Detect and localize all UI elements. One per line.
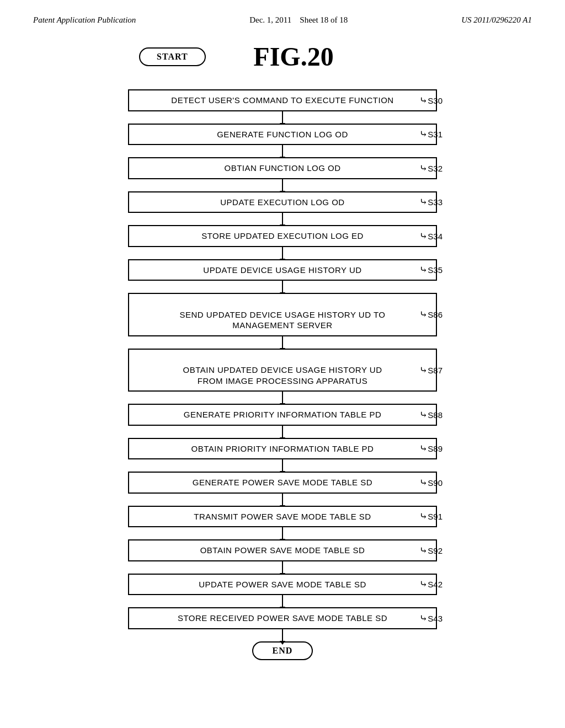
start-oval: START — [139, 47, 206, 66]
step-s90: GENERATE POWER SAVE MODE TABLE SD — [128, 472, 437, 494]
label-s31: S31 — [428, 130, 443, 139]
step-s32-text: OBTIAN FUNCTION LOG OD — [224, 163, 340, 173]
header-center: Dec. 1, 2011 Sheet 18 of 18 — [249, 15, 348, 25]
step-s86: SEND UPDATED DEVICE USAGE HISTORY UD TO … — [128, 293, 437, 336]
label-s34: S34 — [428, 232, 443, 241]
step-s90-text: GENERATE POWER SAVE MODE TABLE SD — [193, 478, 372, 487]
step-s89: OBTAIN PRIORITY INFORMATION TABLE PD — [128, 438, 437, 460]
label-s91: S91 — [428, 512, 443, 521]
arrow-s31 — [282, 145, 283, 157]
step-s92-label: ⤷S92 — [419, 544, 443, 556]
start-label: START — [157, 52, 188, 61]
step-s34: STORE UPDATED EXECUTION LOG ED — [128, 225, 437, 247]
label-s30: S30 — [428, 96, 443, 105]
step-s34-text: STORE UPDATED EXECUTION LOG ED — [201, 231, 364, 240]
step-s92-text: OBTAIN POWER SAVE MODE TABLE SD — [200, 545, 365, 555]
arrow-s42 — [282, 595, 283, 607]
step-s43-label: ⤷S43 — [419, 612, 443, 624]
figure-title: FIG.20 — [253, 41, 333, 72]
step-row-s43: STORE RECEIVED POWER SAVE MODE TABLE SD … — [89, 607, 476, 629]
step-row-s35: UPDATE DEVICE USAGE HISTORY UD ⤷S35 — [89, 259, 476, 281]
label-s35: S35 — [428, 265, 443, 275]
step-s89-label: ⤷S89 — [419, 442, 443, 454]
arrow-s32 — [282, 179, 283, 191]
arrow-s88 — [282, 426, 283, 438]
step-s31: GENERATE FUNCTION LOG OD — [128, 124, 437, 146]
header-right: US 2011/0296220 A1 — [461, 15, 532, 25]
header-left: Patent Application Publication — [33, 15, 136, 25]
arrow-s33 — [282, 213, 283, 225]
step-s43-text: STORE RECEIVED POWER SAVE MODE TABLE SD — [178, 613, 387, 623]
end-label: END — [273, 646, 293, 655]
flowchart: DETECT USER'S COMMAND TO EXECUTE FUNCTIO… — [89, 77, 476, 660]
step-row-s86: SEND UPDATED DEVICE USAGE HISTORY UD TO … — [89, 293, 476, 336]
step-s87: OBTAIN UPDATED DEVICE USAGE HISTORY UD F… — [128, 349, 437, 392]
date-label: Dec. 1, 2011 — [249, 15, 291, 24]
step-s88-text: GENERATE PRIORITY INFORMATION TABLE PD — [184, 410, 382, 419]
step-s30: DETECT USER'S COMMAND TO EXECUTE FUNCTIO… — [128, 89, 437, 111]
label-s43: S43 — [428, 614, 443, 623]
arrow-s43 — [282, 629, 283, 641]
step-s33-label: ⤷S33 — [419, 196, 443, 208]
step-s91-text: TRANSMIT POWER SAVE MODE TABLE SD — [194, 512, 371, 521]
step-s42: UPDATE POWER SAVE MODE TABLE SD — [128, 574, 437, 596]
publication-label: Patent Application Publication — [33, 15, 136, 24]
page-header: Patent Application Publication Dec. 1, 2… — [0, 0, 565, 30]
step-s86-text: SEND UPDATED DEVICE USAGE HISTORY UD TO … — [180, 310, 386, 330]
step-s30-label: ⤷S30 — [419, 94, 443, 106]
arrow-s92 — [282, 561, 283, 574]
figure-title-row: START FIG.20 — [89, 41, 476, 72]
step-row-s30: DETECT USER'S COMMAND TO EXECUTE FUNCTIO… — [89, 89, 476, 111]
arrow-s90 — [282, 494, 283, 506]
step-s30-text: DETECT USER'S COMMAND TO EXECUTE FUNCTIO… — [171, 95, 393, 105]
step-row-s34: STORE UPDATED EXECUTION LOG ED ⤷S34 — [89, 225, 476, 247]
sheet-label: Sheet 18 of 18 — [300, 15, 348, 24]
label-s42: S42 — [428, 580, 443, 589]
step-s31-text: GENERATE FUNCTION LOG OD — [217, 130, 348, 139]
label-s32: S32 — [428, 164, 443, 173]
label-s88: S88 — [428, 410, 443, 420]
step-s91-label: ⤷S91 — [419, 510, 443, 522]
arrow-s87 — [282, 392, 283, 404]
step-s88: GENERATE PRIORITY INFORMATION TABLE PD — [128, 404, 437, 426]
step-row-s33: UPDATE EXECUTION LOG OD ⤷S33 — [89, 191, 476, 213]
step-s90-label: ⤷S90 — [419, 477, 443, 489]
arrow-s89 — [282, 459, 283, 472]
step-row-s88: GENERATE PRIORITY INFORMATION TABLE PD ⤷… — [89, 404, 476, 426]
step-s89-text: OBTAIN PRIORITY INFORMATION TABLE PD — [191, 444, 374, 453]
step-row-s91: TRANSMIT POWER SAVE MODE TABLE SD ⤷S91 — [89, 506, 476, 528]
arrow-s30 — [282, 111, 283, 124]
step-s35-label: ⤷S35 — [419, 264, 443, 276]
step-s32-label: ⤷S32 — [419, 162, 443, 174]
step-row-s32: OBTIAN FUNCTION LOG OD ⤷S32 — [89, 157, 476, 179]
step-s43: STORE RECEIVED POWER SAVE MODE TABLE SD — [128, 607, 437, 629]
step-s33: UPDATE EXECUTION LOG OD — [128, 191, 437, 213]
step-s86-label: ⤷S86 — [419, 308, 443, 320]
step-s32: OBTIAN FUNCTION LOG OD — [128, 157, 437, 179]
arrow-s91 — [282, 527, 283, 539]
step-s42-text: UPDATE POWER SAVE MODE TABLE SD — [199, 580, 366, 589]
label-s87: S87 — [428, 366, 443, 375]
step-row-s31: GENERATE FUNCTION LOG OD ⤷S31 — [89, 124, 476, 146]
step-row-s87: OBTAIN UPDATED DEVICE USAGE HISTORY UD F… — [89, 349, 476, 392]
step-row-s42: UPDATE POWER SAVE MODE TABLE SD ⤷S42 — [89, 574, 476, 596]
step-row-s89: OBTAIN PRIORITY INFORMATION TABLE PD ⤷S8… — [89, 438, 476, 460]
step-s35-text: UPDATE DEVICE USAGE HISTORY UD — [203, 265, 361, 275]
step-s87-label: ⤷S87 — [419, 364, 443, 376]
step-s33-text: UPDATE EXECUTION LOG OD — [220, 197, 344, 207]
step-s42-label: ⤷S42 — [419, 578, 443, 590]
patent-number: US 2011/0296220 A1 — [461, 15, 532, 24]
label-s90: S90 — [428, 478, 443, 488]
arrow-s35 — [282, 281, 283, 293]
label-s89: S89 — [428, 444, 443, 453]
arrow-s86 — [282, 336, 283, 349]
label-s86: S86 — [428, 310, 443, 319]
step-row-s92: OBTAIN POWER SAVE MODE TABLE SD ⤷S92 — [89, 539, 476, 561]
main-content: START FIG.20 DETECT USER'S COMMAND TO EX… — [0, 30, 565, 660]
step-s31-label: ⤷S31 — [419, 128, 443, 140]
step-s91: TRANSMIT POWER SAVE MODE TABLE SD — [128, 506, 437, 528]
label-s33: S33 — [428, 197, 443, 207]
step-s88-label: ⤷S88 — [419, 409, 443, 421]
arrow-s34 — [282, 247, 283, 259]
label-s92: S92 — [428, 546, 443, 555]
